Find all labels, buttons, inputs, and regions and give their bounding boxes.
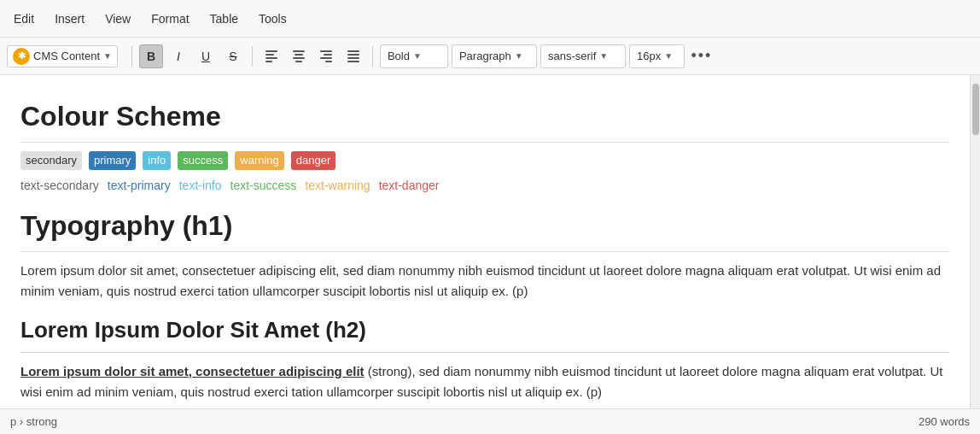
breadcrumb: p › strong <box>10 415 57 428</box>
font-family-label: sans-serif <box>548 50 596 62</box>
font-style-label: Bold <box>388 50 410 62</box>
align-left-icon <box>265 50 277 62</box>
text-secondary-label: text-secondary <box>20 177 99 195</box>
badge-info: info <box>143 151 171 170</box>
italic-button[interactable]: I <box>166 44 190 68</box>
status-bar: p › strong 290 words <box>0 408 980 434</box>
typography-heading: Typography (h1) <box>20 205 949 252</box>
menu-insert[interactable]: Insert <box>51 10 88 27</box>
cms-chevron-icon: ▼ <box>103 51 112 61</box>
paragraph-chevron-icon: ▼ <box>515 51 523 61</box>
para2-strong-text: Lorem ipsum dolor sit amet, consectetuer… <box>20 364 365 378</box>
align-justify-button[interactable] <box>341 44 365 68</box>
para2-label: (strong), <box>365 364 416 378</box>
align-right-button[interactable] <box>314 44 338 68</box>
font-style-dropdown[interactable]: Bold ▼ <box>380 44 448 68</box>
align-left-button[interactable] <box>260 44 283 68</box>
text-danger-label: text-danger <box>379 177 440 195</box>
menu-format[interactable]: Format <box>148 10 192 27</box>
font-size-dropdown[interactable]: 16px ▼ <box>629 44 685 68</box>
badge-row: secondary primary info success warning d… <box>20 151 949 170</box>
text-classes-row: text-secondary text-primary text-info te… <box>20 177 949 195</box>
cms-content-button[interactable]: ✱ CMS Content ▼ <box>7 45 118 67</box>
underline-button[interactable]: U <box>194 44 218 68</box>
badge-secondary: secondary <box>20 151 82 170</box>
cms-label: CMS Content <box>33 50 100 62</box>
editor-wrapper: Colour Scheme secondary primary info suc… <box>0 75 980 408</box>
align-right-icon <box>320 50 332 62</box>
font-family-chevron-icon: ▼ <box>599 51 608 61</box>
align-justify-icon <box>347 50 359 62</box>
scrollbar[interactable] <box>970 75 980 408</box>
colour-scheme-heading: Colour Scheme <box>20 96 949 143</box>
menu-tools[interactable]: Tools <box>255 10 290 27</box>
word-count: 290 words <box>919 415 970 428</box>
menu-view[interactable]: View <box>102 10 134 27</box>
toolbar-separator-2 <box>252 46 253 67</box>
font-size-chevron-icon: ▼ <box>664 51 673 61</box>
menu-edit[interactable]: Edit <box>10 10 38 27</box>
editor-content[interactable]: Colour Scheme secondary primary info suc… <box>0 75 970 408</box>
more-options-button[interactable]: ••• <box>688 44 715 68</box>
lorem-ipsum-heading: Lorem Ipsum Dolor Sit Amet (h2) <box>20 314 949 353</box>
align-center-icon <box>293 50 305 62</box>
text-primary-label: text-primary <box>108 177 171 195</box>
text-warning-label: text-warning <box>305 177 370 195</box>
badge-danger: danger <box>291 151 335 170</box>
paragraph-1: Lorem ipsum dolor sit amet, consectetuer… <box>20 261 949 302</box>
joomla-icon: ✱ <box>13 48 30 65</box>
font-size-label: 16px <box>637 50 661 62</box>
toolbar-separator-3 <box>372 46 373 67</box>
paragraph-2: Lorem ipsum dolor sit amet, consectetuer… <box>20 361 949 402</box>
badge-warning: warning <box>235 151 284 170</box>
toolbar-separator-1 <box>131 46 132 67</box>
font-style-chevron-icon: ▼ <box>413 51 422 61</box>
badge-success: success <box>178 151 228 170</box>
toolbar: ✱ CMS Content ▼ B I U S <box>0 38 980 75</box>
bold-button[interactable]: B <box>139 44 163 68</box>
badge-primary: primary <box>89 151 136 170</box>
menu-table[interactable]: Table <box>207 10 242 27</box>
scrollbar-thumb[interactable] <box>972 84 979 135</box>
menu-bar: Edit Insert View Format Table Tools <box>0 0 980 38</box>
text-success-label: text-success <box>230 177 297 195</box>
paragraph-dropdown[interactable]: Paragraph ▼ <box>452 44 537 68</box>
text-info-label: text-info <box>179 177 222 195</box>
paragraph-label: Paragraph <box>459 50 511 62</box>
align-center-button[interactable] <box>287 44 311 68</box>
strikethrough-button[interactable]: S <box>221 44 245 68</box>
font-family-dropdown[interactable]: sans-serif ▼ <box>540 44 626 68</box>
